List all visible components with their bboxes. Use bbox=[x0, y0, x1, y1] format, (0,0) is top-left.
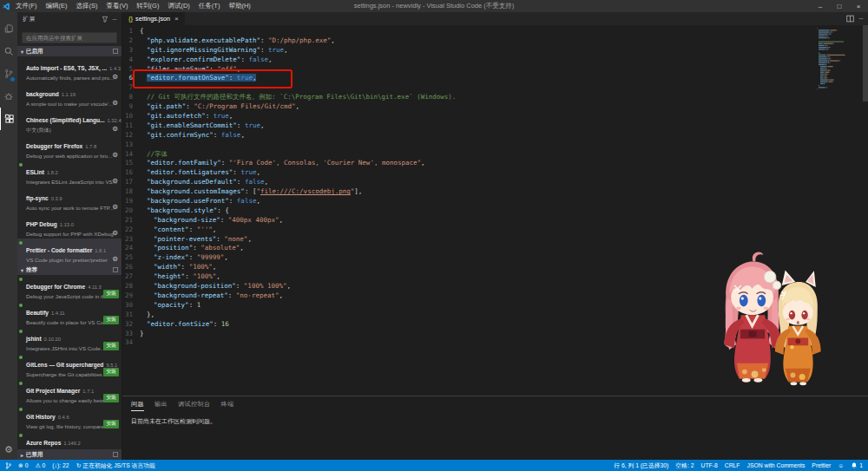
menu-item-3[interactable]: 查看(V) bbox=[103, 2, 132, 10]
status-right-0[interactable]: 行 6, 列 1 (已选择30) bbox=[614, 461, 668, 470]
extension-item[interactable]: Git Project Manager1.7.1Allows you to ch… bbox=[17, 379, 122, 405]
code-line[interactable]: 19"background.useFront": false, bbox=[122, 197, 868, 206]
explorer-icon[interactable] bbox=[0, 17, 17, 40]
source-control-icon[interactable] bbox=[0, 62, 17, 85]
panel-tab-3[interactable]: 终端 bbox=[221, 400, 234, 411]
code-line[interactable]: 14//字体 bbox=[122, 150, 868, 160]
extension-item[interactable]: Beautify1.4.11Beautify code in place for… bbox=[17, 301, 122, 327]
extension-item[interactable]: ftp-sync0.3.9Auto sync your work to remo… bbox=[17, 186, 122, 213]
editor-scrollbar[interactable] bbox=[863, 25, 868, 101]
install-button[interactable]: 安装 bbox=[103, 316, 119, 324]
extension-description: Debug support for PHP with XDebug bbox=[26, 231, 118, 237]
code-line[interactable]: 22"content": "''", bbox=[122, 226, 868, 235]
extension-item[interactable]: GitLens — Git supercharged9.5.1Superchar… bbox=[17, 353, 122, 379]
extension-item[interactable]: PHP Debug1.13.0Debug support for PHP wit… bbox=[17, 213, 122, 239]
status-right-smiley-0[interactable]: ☺ bbox=[838, 462, 844, 468]
code-line[interactable]: 12"git.confirmSync": false, bbox=[122, 131, 868, 141]
section-header-0[interactable]: ▾已启用 bbox=[17, 46, 122, 56]
code-line[interactable]: 13 bbox=[122, 141, 868, 150]
settings-gear-icon[interactable]: ⚙ bbox=[4, 445, 13, 455]
status-right-4[interactable]: JSON with Comments bbox=[746, 462, 805, 468]
extension-item[interactable]: Git History0.4.6View git log, file histo… bbox=[17, 405, 122, 431]
menu-item-7[interactable]: 帮助(H) bbox=[225, 2, 253, 10]
extension-item[interactable]: Auto Import - ES6, TS, JSX, ...1.4.3Auto… bbox=[17, 56, 122, 82]
code-line[interactable]: 8// Git 可执行文件的路径和文件名。例如: `C:\Program Fil… bbox=[122, 93, 868, 102]
status-sync-4[interactable]: ↻正在初始化 JS/TS 语言功能 bbox=[76, 461, 155, 470]
install-button[interactable]: 安装 bbox=[103, 420, 119, 428]
code-line[interactable]: 23"pointer-events": "none", bbox=[122, 235, 868, 245]
menu-item-6[interactable]: 任务(T) bbox=[195, 2, 224, 10]
extensions-search-input[interactable] bbox=[22, 32, 117, 43]
status-right-bell-1[interactable]: 1 bbox=[851, 461, 863, 469]
code-line[interactable]: 4"explorer.confirmDelete": false, bbox=[122, 56, 868, 65]
status-git-branch-0[interactable] bbox=[5, 461, 11, 470]
tab-settings-json[interactable]: {} settings.json × bbox=[122, 12, 185, 25]
code-line[interactable]: 21"background-size": "400px 400px", bbox=[122, 216, 868, 226]
tab-close-icon[interactable]: × bbox=[174, 15, 179, 23]
menu-item-1[interactable]: 编辑(E) bbox=[43, 2, 71, 10]
extension-settings-icon[interactable]: ⚙ bbox=[112, 204, 118, 211]
code-line[interactable]: 1{ bbox=[122, 27, 868, 36]
status-right-2[interactable]: UTF-8 bbox=[700, 462, 717, 468]
status-right-5[interactable]: Prettier bbox=[812, 462, 831, 468]
code-line[interactable]: 16"editor.fontLigatures": true, bbox=[122, 168, 868, 178]
menu-item-2[interactable]: 选择(S) bbox=[73, 2, 102, 10]
editor-more-actions-icon[interactable]: ··· bbox=[858, 15, 863, 23]
sidebar-more-actions-icon[interactable]: ··· bbox=[112, 16, 116, 23]
extension-item[interactable]: Chinese (Simplified) Langu...1.32.4中文(简体… bbox=[17, 108, 122, 134]
status-text-3[interactable]: (↓): 22 bbox=[52, 462, 69, 468]
menu-item-0[interactable]: 文件(F) bbox=[12, 2, 41, 10]
code-line[interactable]: 3"git.ignoreMissingGitWarning": true, bbox=[122, 46, 868, 56]
extension-item[interactable]: Debugger for Chrome4.11.3Debug your Java… bbox=[17, 275, 122, 301]
extension-item[interactable]: background1.1.19A simple tool to make yo… bbox=[17, 82, 122, 108]
menu-item-4[interactable]: 转到(G) bbox=[134, 2, 163, 10]
section-action-icon[interactable] bbox=[113, 452, 118, 457]
status-warning-2[interactable]: ⚠0 bbox=[35, 462, 45, 469]
extension-item[interactable]: ESLint1.8.2Integrates ESLint JavaScript … bbox=[17, 160, 122, 186]
panel-tab-1[interactable]: 输出 bbox=[155, 400, 168, 411]
close-button[interactable]: × bbox=[849, 3, 868, 10]
line-text: "position": "absolute", bbox=[140, 244, 244, 253]
extension-item[interactable]: jshint0.10.20Integrates JSHint into VS C… bbox=[17, 327, 122, 353]
install-button[interactable]: 安装 bbox=[103, 290, 119, 298]
code-line[interactable]: 11"git.enableSmartCommit": true, bbox=[122, 121, 868, 131]
status-right-3[interactable]: CRLF bbox=[725, 462, 740, 468]
code-line[interactable]: 20"background.style": { bbox=[122, 206, 868, 216]
extension-settings-icon[interactable]: ⚙ bbox=[112, 100, 118, 107]
panel-tab-0[interactable]: 问题 bbox=[131, 400, 144, 411]
maximize-button[interactable]: □ bbox=[830, 3, 849, 10]
status-error-1[interactable]: ⊗0 bbox=[18, 462, 28, 469]
extension-settings-icon[interactable]: ⚙ bbox=[112, 178, 118, 185]
extension-settings-icon[interactable]: ⚙ bbox=[112, 230, 118, 237]
section-action-icon[interactable] bbox=[113, 49, 118, 54]
extensions-icon[interactable] bbox=[0, 108, 17, 130]
code-line[interactable]: 9"git.path": "C:/Program Files/Git/cmd", bbox=[122, 102, 868, 112]
code-line[interactable]: 18"background.customImages": ["file:///C… bbox=[122, 187, 868, 197]
debug-icon[interactable] bbox=[0, 85, 17, 108]
extension-settings-icon[interactable]: ⚙ bbox=[112, 256, 118, 263]
menu-item-5[interactable]: 调试(D) bbox=[164, 2, 193, 10]
section-action-icon[interactable] bbox=[113, 267, 118, 272]
code-line[interactable]: 15"editor.fontFamily": "'Fira Code', Con… bbox=[122, 159, 868, 168]
install-button[interactable]: 安装 bbox=[103, 342, 119, 350]
code-editor[interactable]: 1{2"php.validate.executablePath": "D:/ph… bbox=[122, 25, 868, 396]
panel-tab-2[interactable]: 调试控制台 bbox=[178, 400, 211, 411]
code-line[interactable]: 10"git.autofetch": true, bbox=[122, 112, 868, 121]
extension-item[interactable]: Debugger for Firefox1.7.8Debug your web … bbox=[17, 134, 122, 160]
extension-settings-icon[interactable]: ⚙ bbox=[112, 152, 118, 159]
split-editor-icon[interactable] bbox=[846, 15, 854, 23]
section-header-2[interactable]: ▸已禁用 bbox=[17, 449, 122, 460]
code-line[interactable]: 17"background.useDefault": false, bbox=[122, 178, 868, 187]
extension-settings-icon[interactable]: ⚙ bbox=[112, 126, 118, 133]
section-header-1[interactable]: ▾推荐 bbox=[17, 265, 122, 275]
extension-settings-icon[interactable]: ⚙ bbox=[112, 74, 118, 81]
status-right-1[interactable]: 空格: 2 bbox=[675, 461, 694, 470]
minimap[interactable] bbox=[816, 27, 861, 105]
install-button[interactable]: 安装 bbox=[103, 368, 119, 376]
search-icon[interactable] bbox=[0, 40, 17, 62]
install-button[interactable]: 安装 bbox=[103, 394, 119, 402]
clear-extensions-input-icon[interactable] bbox=[102, 16, 108, 23]
extension-item[interactable]: Prettier - Code formatter1.8.1VS Code pl… bbox=[17, 239, 122, 265]
minimize-button[interactable]: – bbox=[811, 3, 830, 10]
code-line[interactable]: 2"php.validate.executablePath": "D:/php/… bbox=[122, 36, 868, 46]
